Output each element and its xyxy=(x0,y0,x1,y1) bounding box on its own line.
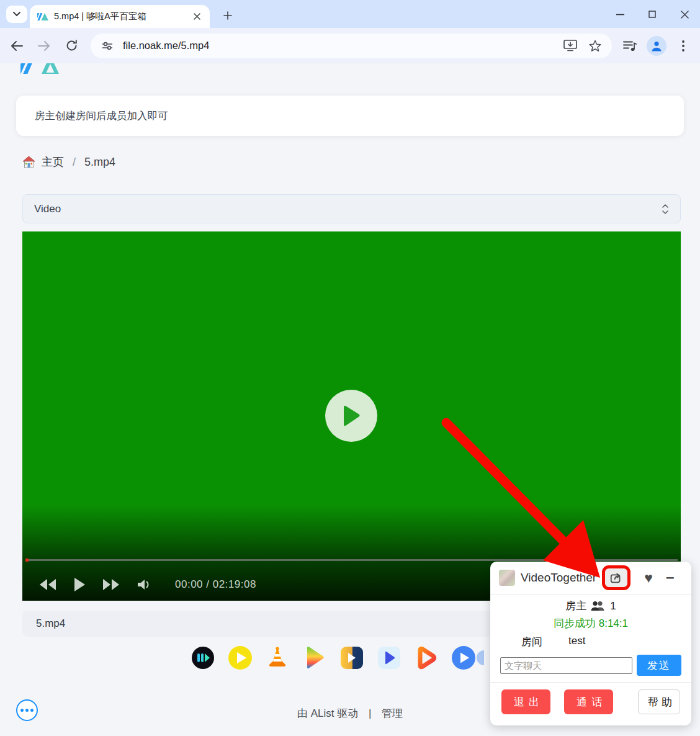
videotogether-title: VideoTogether xyxy=(521,571,596,585)
mxplayer-icon[interactable] xyxy=(451,645,476,670)
alist-favicon-icon xyxy=(37,12,48,22)
home-icon xyxy=(22,156,35,168)
send-button[interactable]: 发送 xyxy=(637,655,681,676)
profile-avatar[interactable] xyxy=(647,36,666,56)
alist-logo[interactable] xyxy=(20,63,64,75)
powered-by-link[interactable]: 由 AList 驱动 xyxy=(297,707,358,719)
new-tab-button[interactable] xyxy=(218,6,237,25)
room-name: test xyxy=(568,635,585,649)
breadcrumb: 主页 / 5.mp4 xyxy=(22,155,115,169)
manage-link[interactable]: 管理 xyxy=(382,707,403,719)
volume-button[interactable] xyxy=(137,578,151,591)
forward-button[interactable] xyxy=(34,35,55,56)
floating-menu-button[interactable] xyxy=(16,699,38,721)
seek-handle[interactable] xyxy=(25,559,29,562)
member-count: 1 xyxy=(610,600,616,613)
share-button-highlighted[interactable] xyxy=(602,565,630,590)
window-close-icon[interactable] xyxy=(680,10,689,19)
window-minimize-icon[interactable] xyxy=(616,10,624,19)
videotogether-header[interactable]: VideoTogether ♥ − xyxy=(490,562,691,594)
breadcrumb-current: 5.mp4 xyxy=(84,156,115,169)
play-button[interactable] xyxy=(73,577,86,592)
chat-input[interactable] xyxy=(500,657,632,674)
url-text[interactable]: file.noak.me/5.mp4 xyxy=(123,40,555,52)
favorite-heart-icon[interactable]: ♥ xyxy=(644,571,653,585)
divider xyxy=(490,594,691,595)
tab-close-icon[interactable] xyxy=(191,11,202,22)
reload-button[interactable] xyxy=(61,35,82,56)
browser-toolbar: file.noak.me/5.mp4 xyxy=(0,28,700,63)
select-chevrons-icon xyxy=(662,204,669,215)
omniplayer-icon[interactable] xyxy=(339,645,364,670)
install-app-icon[interactable] xyxy=(561,37,580,55)
chevron-down-icon xyxy=(13,12,20,17)
role-label: 房主 xyxy=(565,599,586,613)
iina-player-icon[interactable] xyxy=(191,645,215,670)
breadcrumb-separator: / xyxy=(70,156,78,169)
partial-player-icon[interactable] xyxy=(477,650,484,665)
back-button[interactable] xyxy=(6,35,27,56)
potplayer-icon[interactable] xyxy=(228,645,253,670)
tab-search-button[interactable] xyxy=(6,6,27,23)
videotogether-widget[interactable]: VideoTogether ♥ − 房主 1 同步成功 8:14:1 房间 te… xyxy=(490,562,691,725)
exit-button[interactable]: 退出 xyxy=(501,689,550,714)
dot-icon xyxy=(20,709,24,712)
big-play-button[interactable] xyxy=(325,390,377,442)
sync-status: 同步成功 xyxy=(554,617,596,629)
footer-divider: | xyxy=(369,707,371,719)
browser-tab[interactable]: 5.mp4 | 哆啦A平百宝箱 xyxy=(30,5,210,28)
media-controls-icon[interactable] xyxy=(621,37,639,55)
announcement-card: 房主创建房间后成员加入即可 xyxy=(16,96,684,136)
plus-icon xyxy=(223,11,232,20)
external-player-row xyxy=(191,645,476,670)
sync-timer: 8:14:1 xyxy=(599,617,628,629)
announcement-text: 房主创建房间后成员加入即可 xyxy=(35,109,168,123)
room-label: 房间 xyxy=(521,635,542,649)
help-button[interactable]: 帮助 xyxy=(638,689,680,714)
sync-status-line: 同步成功 8:14:1 xyxy=(490,616,691,631)
dot-icon xyxy=(30,709,34,712)
dot-icon xyxy=(25,709,29,712)
window-maximize-icon[interactable] xyxy=(648,10,657,19)
filename-text: 5.mp4 xyxy=(36,617,65,630)
vlc-player-icon[interactable] xyxy=(265,645,290,670)
breadcrumb-home[interactable]: 主页 xyxy=(42,155,64,169)
fast-forward-button[interactable] xyxy=(102,578,120,591)
figplayer-icon[interactable] xyxy=(377,645,402,670)
rewind-button[interactable] xyxy=(38,578,57,591)
nplayer-icon[interactable] xyxy=(414,645,439,670)
preview-type-value: Video xyxy=(34,203,61,215)
call-button[interactable]: 通话 xyxy=(564,689,613,714)
video-player[interactable]: 00:00 / 02:19:08 xyxy=(22,231,681,601)
browser-tabstrip: 5.mp4 | 哆啦A平百宝箱 xyxy=(0,0,700,28)
address-bar[interactable]: file.noak.me/5.mp4 xyxy=(91,34,612,58)
preview-type-select[interactable]: Video xyxy=(22,194,681,223)
fileball-player-icon[interactable] xyxy=(302,645,327,670)
tab-title: 5.mp4 | 哆啦A平百宝箱 xyxy=(54,11,186,22)
browser-menu-icon[interactable] xyxy=(674,37,693,55)
time-display: 00:00 / 02:19:08 xyxy=(175,578,256,591)
site-settings-icon[interactable] xyxy=(98,37,117,55)
videotogether-logo-icon xyxy=(499,570,515,586)
play-icon xyxy=(341,404,362,428)
seek-bar[interactable] xyxy=(25,559,678,561)
share-icon xyxy=(609,571,623,585)
bookmark-star-icon[interactable] xyxy=(586,37,604,55)
minimize-widget-icon[interactable]: − xyxy=(666,570,675,585)
members-icon xyxy=(591,601,606,611)
